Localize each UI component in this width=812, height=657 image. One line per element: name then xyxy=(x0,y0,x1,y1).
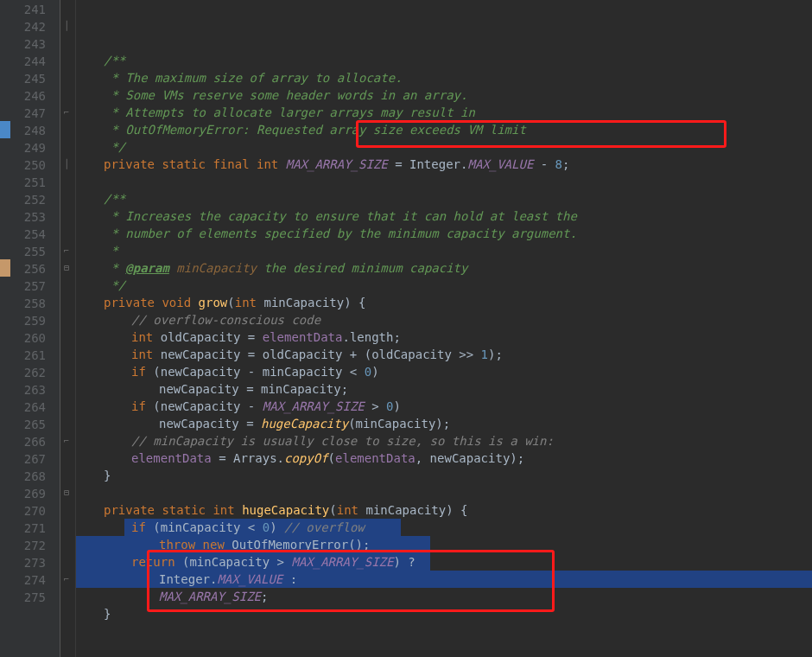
code-editor[interactable]: 2412422432442452462472482492502512522532… xyxy=(0,0,812,657)
line-number[interactable]: 268 xyxy=(10,467,46,484)
code-line[interactable]: * The maximum size of array to allocate. xyxy=(83,69,812,86)
line-number[interactable]: 260 xyxy=(10,328,46,346)
fold-collapse-icon[interactable]: ⊟ xyxy=(64,488,73,497)
code-line[interactable] xyxy=(83,173,812,190)
code-line[interactable]: * Some VMs reserve some header words in … xyxy=(83,86,812,104)
fold-end-icon: ⌐ xyxy=(64,575,73,584)
code-line[interactable]: int oldCapacity = elementData.length; xyxy=(83,328,812,346)
code-line[interactable]: newCapacity = minCapacity; xyxy=(83,380,812,398)
code-line[interactable]: /** xyxy=(83,190,812,207)
code-line[interactable]: * Attempts to allocate larger arrays may… xyxy=(83,104,812,121)
line-number[interactable]: 247 xyxy=(10,104,46,121)
line-number[interactable]: 244 xyxy=(10,52,46,69)
line-number[interactable]: 249 xyxy=(10,138,46,156)
code-line[interactable]: MAX_ARRAY_SIZE; xyxy=(83,588,812,605)
code-line[interactable]: * xyxy=(83,242,812,259)
line-number[interactable]: 275 xyxy=(10,588,46,605)
code-line[interactable]: newCapacity = hugeCapacity(minCapacity); xyxy=(83,415,812,432)
code-line[interactable]: * OutOfMemoryError: Requested array size… xyxy=(83,121,812,138)
fold-guide-icon: │ xyxy=(64,160,73,169)
fold-collapse-icon[interactable]: ⊟ xyxy=(64,264,73,272)
code-line[interactable]: if (newCapacity - minCapacity < 0) xyxy=(83,363,812,380)
line-number[interactable]: 251 xyxy=(10,173,46,190)
code-line[interactable]: // overflow-conscious code xyxy=(83,311,812,328)
code-line[interactable]: private void grow(int minCapacity) { xyxy=(83,294,812,311)
gutter-marker xyxy=(0,121,10,138)
code-line[interactable]: // minCapacity is usually close to size,… xyxy=(83,432,812,450)
line-number[interactable]: 250 xyxy=(10,156,46,173)
line-number[interactable]: 272 xyxy=(10,536,46,553)
line-number[interactable]: 271 xyxy=(10,519,46,536)
code-line[interactable] xyxy=(83,484,812,501)
line-number[interactable]: 267 xyxy=(10,450,46,467)
line-number[interactable]: 269 xyxy=(10,484,46,501)
line-number[interactable]: 261 xyxy=(10,346,46,363)
line-number[interactable]: 274 xyxy=(10,571,46,588)
line-number[interactable]: 253 xyxy=(10,207,46,225)
line-number[interactable]: 257 xyxy=(10,277,46,294)
line-number[interactable]: 262 xyxy=(10,363,46,380)
code-line[interactable]: elementData = Arrays.copyOf(elementData,… xyxy=(83,450,812,467)
line-number[interactable]: 243 xyxy=(10,35,46,52)
fold-end-icon: ⌐ xyxy=(64,108,73,117)
line-number[interactable]: 246 xyxy=(10,86,46,104)
marker-strip xyxy=(0,0,10,657)
line-number-gutter[interactable]: 2412422432442452462472482492502512522532… xyxy=(10,0,60,657)
line-number[interactable]: 258 xyxy=(10,294,46,311)
fold-guide-icon: │ xyxy=(64,22,73,30)
line-number[interactable]: 266 xyxy=(10,432,46,450)
fold-end-icon: ⌐ xyxy=(64,246,73,255)
line-number[interactable]: 265 xyxy=(10,415,46,432)
code-line[interactable]: if (newCapacity - MAX_ARRAY_SIZE > 0) xyxy=(83,398,812,415)
code-line[interactable]: * @param minCapacity the desired minimum… xyxy=(83,259,812,277)
line-number[interactable]: 245 xyxy=(10,69,46,86)
line-number[interactable]: 256 xyxy=(10,259,46,277)
code-line[interactable]: */ xyxy=(83,138,812,156)
line-number[interactable]: 241 xyxy=(10,0,46,17)
code-line[interactable]: Integer.MAX_VALUE : xyxy=(83,571,812,588)
fold-strip[interactable]: ⊟⊟⌐⌐⌐⌐││ xyxy=(60,0,76,657)
code-line[interactable]: /** xyxy=(83,52,812,69)
line-number[interactable]: 259 xyxy=(10,311,46,328)
code-line[interactable]: * Increases the capacity to ensure that … xyxy=(83,207,812,225)
code-line[interactable]: private static final int MAX_ARRAY_SIZE … xyxy=(83,156,812,173)
line-number[interactable]: 252 xyxy=(10,190,46,207)
line-number[interactable]: 248 xyxy=(10,121,46,138)
fold-end-icon: ⌐ xyxy=(64,437,73,445)
code-line[interactable]: } xyxy=(83,467,812,484)
code-line[interactable] xyxy=(83,622,812,640)
code-line[interactable] xyxy=(83,35,812,52)
line-number[interactable]: 270 xyxy=(10,501,46,519)
code-line[interactable]: */ xyxy=(83,277,812,294)
gutter-marker xyxy=(0,259,10,277)
line-number[interactable]: 263 xyxy=(10,380,46,398)
code-area[interactable]: /** * The maximum size of array to alloc… xyxy=(76,0,812,657)
code-line[interactable]: * number of elements specified by the mi… xyxy=(83,225,812,242)
code-line[interactable]: throw new OutOfMemoryError(); xyxy=(83,536,812,553)
line-number[interactable]: 264 xyxy=(10,398,46,415)
line-number[interactable]: 254 xyxy=(10,225,46,242)
line-number[interactable]: 242 xyxy=(10,17,46,35)
code-line[interactable]: if (minCapacity < 0) // overflow xyxy=(83,519,812,536)
line-number[interactable]: 255 xyxy=(10,242,46,259)
line-number[interactable]: 273 xyxy=(10,553,46,571)
code-line[interactable]: private static int hugeCapacity(int minC… xyxy=(83,501,812,519)
code-line[interactable]: int newCapacity = oldCapacity + (oldCapa… xyxy=(83,346,812,363)
code-line[interactable]: return (minCapacity > MAX_ARRAY_SIZE) ? xyxy=(83,553,812,571)
code-line[interactable]: } xyxy=(83,605,812,622)
